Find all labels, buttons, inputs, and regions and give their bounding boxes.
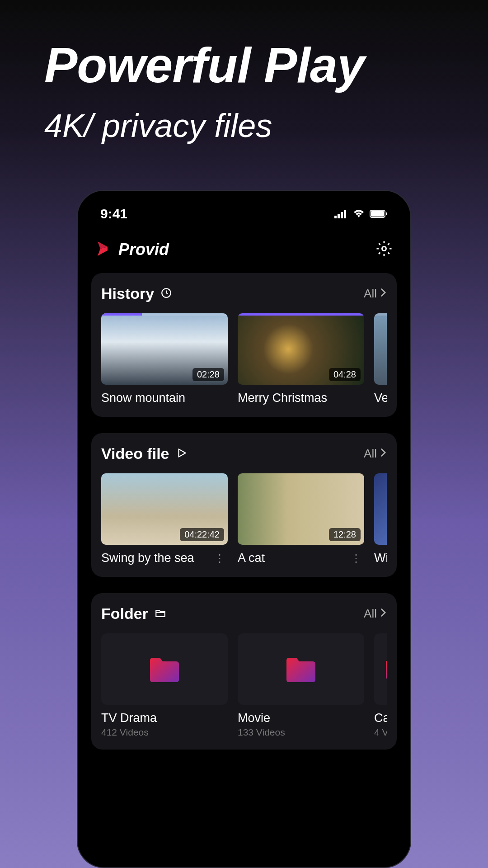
promo-title: Powerful Play	[0, 0, 488, 94]
history-list[interactable]: 02:28 Snow mountain 04:28 Merry Christma…	[101, 313, 387, 405]
wifi-icon	[352, 206, 365, 222]
folder-item[interactable]: Movie 133 Videos	[238, 633, 364, 738]
folder-name: Cam	[374, 711, 387, 725]
video-title: Merry Christmas	[238, 391, 327, 405]
folder-card: Folder All TV Drama 412 Vid	[91, 593, 397, 750]
videofile-item[interactable]: 12:28 A cat ⋮	[238, 473, 364, 565]
play-logo-icon	[94, 240, 112, 259]
video-thumbnail: 04:22:42	[101, 473, 228, 545]
folder-large-icon	[283, 652, 319, 686]
duration-badge: 02:28	[192, 368, 224, 381]
history-title: History	[101, 285, 154, 302]
chevron-right-icon	[380, 607, 387, 621]
folder-count: 4 Vide	[374, 727, 387, 738]
signal-icon	[334, 206, 348, 222]
folder-all-label: All	[364, 607, 377, 621]
history-card: History All 02:28 Snow mountain	[91, 273, 397, 417]
videofile-card: Video file All 04:22:42 Swing by the sea	[91, 433, 397, 577]
videofile-all-label: All	[364, 447, 377, 461]
chevron-right-icon	[380, 447, 387, 461]
video-thumbnail	[374, 473, 387, 545]
folder-name: TV Drama	[101, 711, 228, 725]
history-item[interactable]: 04:28 Merry Christmas	[238, 313, 364, 405]
video-thumbnail: 04:28	[238, 313, 364, 385]
svg-rect-6	[386, 212, 387, 215]
duration-badge: 04:28	[329, 368, 361, 381]
duration-badge: 12:28	[329, 528, 361, 541]
folder-count: 133 Videos	[238, 727, 364, 738]
more-button[interactable]: ⋮	[348, 552, 364, 565]
videofile-list[interactable]: 04:22:42 Swing by the sea ⋮ 12:28 A cat …	[101, 473, 387, 565]
phone-frame: 9:41 Provid History	[77, 190, 411, 868]
video-thumbnail	[374, 313, 387, 385]
video-title: Wind	[374, 551, 387, 565]
video-title: Swing by the sea	[101, 551, 194, 565]
status-icons	[334, 206, 388, 222]
folder-count: 412 Videos	[101, 727, 228, 738]
folder-thumbnail	[374, 633, 387, 705]
folder-large-icon	[383, 656, 387, 683]
duration-badge: 04:22:42	[180, 528, 224, 541]
history-all-label: All	[364, 287, 377, 301]
history-item[interactable]: Veni	[374, 313, 387, 405]
video-title: Snow mountain	[101, 391, 185, 405]
svg-rect-0	[334, 216, 337, 218]
folder-name: Movie	[238, 711, 364, 725]
settings-button[interactable]	[376, 241, 392, 259]
videofile-title: Video file	[101, 445, 169, 462]
chevron-right-icon	[380, 287, 387, 301]
folder-large-icon	[146, 652, 183, 686]
app-logo: Provid	[94, 240, 169, 259]
battery-icon	[370, 206, 388, 222]
video-thumbnail: 02:28	[101, 313, 228, 385]
history-all-link[interactable]: All	[364, 287, 387, 301]
svg-rect-5	[371, 211, 384, 217]
svg-rect-1	[338, 214, 340, 218]
more-button[interactable]: ⋮	[211, 552, 228, 565]
folder-all-link[interactable]: All	[364, 607, 387, 621]
svg-point-7	[382, 247, 386, 251]
video-thumbnail: 12:28	[238, 473, 364, 545]
video-title: Veni	[374, 391, 387, 405]
video-title: A cat	[238, 551, 265, 565]
history-item[interactable]: 02:28 Snow mountain	[101, 313, 228, 405]
folder-icon	[155, 607, 166, 621]
play-outline-icon	[176, 447, 188, 461]
videofile-all-link[interactable]: All	[364, 447, 387, 461]
app-header: Provid	[91, 231, 397, 273]
folder-item[interactable]: Cam 4 Vide	[374, 633, 387, 738]
svg-rect-3	[344, 210, 346, 218]
videofile-item[interactable]: Wind	[374, 473, 387, 565]
svg-rect-2	[341, 212, 343, 218]
videofile-item[interactable]: 04:22:42 Swing by the sea ⋮	[101, 473, 228, 565]
history-icon	[160, 287, 172, 301]
status-bar: 9:41	[91, 202, 397, 231]
folder-item[interactable]: TV Drama 412 Videos	[101, 633, 228, 738]
status-time: 9:41	[100, 206, 127, 222]
folder-thumbnail	[101, 633, 228, 705]
folder-thumbnail	[238, 633, 364, 705]
folder-list[interactable]: TV Drama 412 Videos Movie 133 Videos	[101, 633, 387, 738]
folder-title: Folder	[101, 605, 148, 623]
promo-subtitle: 4K/ privacy files	[0, 94, 488, 144]
app-name: Provid	[118, 240, 169, 259]
